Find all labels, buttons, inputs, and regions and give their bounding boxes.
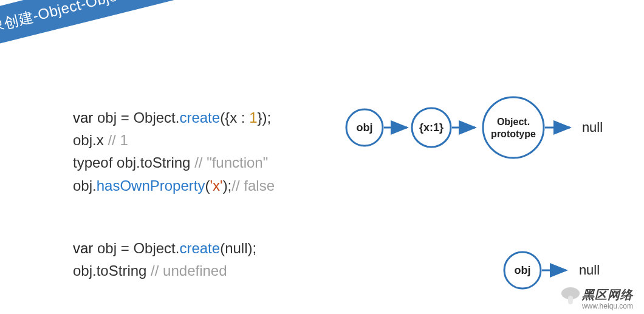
code-text: obj.toString: [73, 262, 151, 279]
code-line: obj.hasOwnProperty('x');// false: [73, 174, 275, 197]
title-text: 对象创建-Object-Object.create: [0, 0, 176, 38]
watermark-brand: 黑区网络: [582, 287, 633, 302]
code-number: 1: [249, 109, 257, 126]
code-comment: // undefined: [151, 262, 227, 279]
node-object-prototype: [483, 97, 544, 158]
code-keyword: var: [73, 240, 93, 256]
code-method: create: [179, 109, 220, 126]
mushroom-icon: [560, 286, 581, 307]
node-label: {x:1}: [419, 121, 444, 134]
code-method: create: [179, 240, 220, 256]
code-text: );: [247, 240, 256, 256]
code-text: obj.x: [73, 132, 108, 148]
node-null: null: [582, 120, 603, 135]
code-comment: // "function": [194, 154, 268, 171]
code-method: hasOwnProperty: [97, 177, 205, 194]
code-text: (: [220, 240, 225, 256]
code-text: obj.: [73, 177, 97, 194]
node-label: obj: [357, 121, 373, 134]
code-line: obj.x // 1: [73, 129, 275, 151]
code-text: obj = Object.: [93, 109, 179, 126]
code-keyword: var: [73, 109, 93, 126]
svg-rect-3: [568, 296, 573, 304]
code-string: 'x': [210, 177, 222, 194]
code-block-1: var obj = Object.create({x : 1}); obj.x …: [73, 106, 275, 197]
code-text: });: [258, 109, 272, 126]
node-null: null: [579, 262, 600, 278]
code-line: typeof obj.toString // "function": [73, 151, 275, 174]
code-comment: // 1: [108, 132, 128, 148]
watermark: 黑区网络 www.heiqu.com: [582, 287, 633, 310]
node-label: Object.: [497, 117, 530, 127]
title-ribbon: 对象创建-Object-Object.create: [0, 0, 221, 59]
code-null: null: [225, 240, 247, 256]
code-block-2: var obj = Object.create(null); obj.toStr…: [73, 237, 256, 282]
code-text: obj = Object.: [93, 240, 179, 256]
code-text: );: [223, 177, 232, 194]
code-line: obj.toString // undefined: [73, 259, 256, 282]
node-label: prototype: [491, 129, 536, 139]
code-line: var obj = Object.create(null);: [73, 237, 256, 259]
node-label: obj: [515, 264, 531, 276]
watermark-url: www.heiqu.com: [582, 302, 633, 310]
code-text: ({x :: [220, 109, 249, 126]
code-text: typeof obj.toString: [73, 154, 194, 171]
code-comment: // false: [231, 177, 275, 194]
prototype-chain-diagram-1: obj {x:1} Object. prototype null: [340, 94, 620, 161]
code-line: var obj = Object.create({x : 1});: [73, 106, 275, 129]
